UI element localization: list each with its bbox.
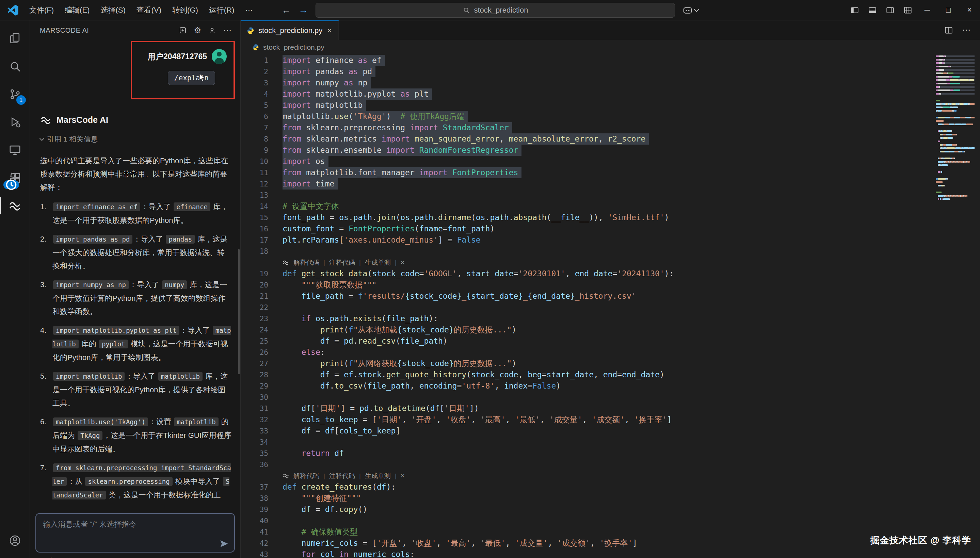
activity-marscode-ai[interactable] [0,192,30,220]
assistant-menu[interactable] [682,5,699,15]
code-line[interactable]: 17plt.rcParams['axes.unicode_minus'] = F… [241,235,980,246]
sidebar-scrollbar[interactable] [238,249,240,374]
code-line-content[interactable]: import pandas as pd [283,66,375,77]
chat-input-box[interactable]: 输入消息或者 “/” 来选择指令 [35,513,235,553]
code-line[interactable]: 21 file_path = f'results/{stock_code}_{s… [241,290,980,302]
reference-toggle[interactable]: 引用 1 相关信息 [40,135,232,144]
code-line-content[interactable]: print(f"从网络获取{stock_code}的历史数据...") [283,358,516,369]
lens-action[interactable]: 注释代码 [329,258,355,267]
code-line[interactable]: 32 cols_to_keep = ['日期', '开盘', '收盘', '最高… [241,414,980,425]
code-line-content[interactable]: from sklearn.ensemble import RandomFores… [283,144,521,156]
code-line-content[interactable]: df.to_csv(file_path, encoding='utf-8', i… [283,381,561,392]
code-line[interactable]: 33 df = df[cols_to_keep] [241,425,980,437]
code-line-content[interactable]: def get_stock_data(stock_code='GOOGL', s… [283,268,674,279]
breadcrumb[interactable]: stock_prediction.py [241,40,980,55]
activity-search[interactable] [0,53,30,80]
code-line[interactable]: 1import efinance as ef [241,55,980,66]
lens-action[interactable]: 解释代码 [293,258,319,267]
tab-close-icon[interactable]: × [326,26,332,35]
code-line[interactable]: 13 [241,190,980,201]
more-actions-icon[interactable]: ⋯ [223,29,232,32]
back-icon[interactable]: ← [281,5,291,16]
code-line[interactable]: 8from sklearn.metrics import mean_square… [241,133,980,144]
activity-extensions[interactable] [0,164,30,192]
code-line[interactable]: 31 df['日期'] = pd.to_datetime(df['日期']) [241,403,980,414]
menu-item[interactable]: 转到(G) [167,3,204,18]
activity-run-debug[interactable] [0,108,30,136]
toggle-primary-sidebar-button[interactable] [846,0,863,20]
menu-item[interactable]: 编辑(E) [59,3,95,18]
code-line-content[interactable]: # 确保数值类型 [283,526,358,538]
maximize-button[interactable]: □ [938,0,959,20]
toggle-secondary-sidebar-button[interactable] [881,0,899,20]
code-line-content[interactable]: df = df.copy() [283,504,367,515]
code-line-content[interactable]: return df [283,448,344,459]
code-line[interactable]: 12import time [241,178,980,190]
code-line[interactable]: 16custom_font = FontProperties(fname=fon… [241,223,980,235]
code-line-content[interactable]: def create_features(df): [283,481,396,493]
menu-item[interactable]: 查看(V) [131,3,167,18]
code-line[interactable]: 38 """创建特征""" [241,493,980,504]
code-line[interactable]: 34 [241,437,980,448]
code-line[interactable]: 9from sklearn.ensemble import RandomFore… [241,144,980,156]
toggle-panel-button[interactable] [863,0,881,20]
code-line-content[interactable]: # 设置中文字体 [283,201,339,212]
code-line-content[interactable]: from matplotlib.font_manager import Font… [283,167,521,178]
code-line[interactable]: 27 print(f"从网络获取{stock_code}的历史数据...") [241,358,980,369]
code-line-content[interactable]: df['日期'] = pd.to_datetime(df['日期']) [283,403,479,414]
close-window-button[interactable]: × [959,0,980,20]
code-line[interactable]: 30 [241,392,980,403]
code-line[interactable]: 7from sklearn.preprocessing import Stand… [241,122,980,133]
code-line[interactable]: 24 print(f"从本地加载{stock_code}的历史数据...") [241,324,980,335]
code-line[interactable]: 4import matplotlib.pyplot as plt [241,89,980,100]
code-line-content[interactable]: import efinance as ef [283,55,385,66]
code-line[interactable]: 42 numeric_cols = ['开盘', '收盘', '最高', '最低… [241,538,980,549]
code-line-content[interactable]: numeric_cols = ['开盘', '收盘', '最高', '最低', … [283,538,637,549]
code-line[interactable]: 41 # 确保数值类型 [241,526,980,538]
user-badge[interactable]: 用户2048712765 [148,49,227,64]
code-line-content[interactable]: import numpy as np [283,77,371,89]
code-line-content[interactable]: if os.path.exists(file_path): [283,313,438,324]
menu-item[interactable]: 运行(R) [204,3,240,18]
code-line-content[interactable]: df = pd.read_csv(file_path) [283,335,447,347]
editor-more-actions-icon[interactable]: ⋯ [962,28,971,32]
code-line[interactable]: 10import os [241,156,980,167]
context-hash-icon[interactable]: # [66,556,71,558]
code-line[interactable]: 29 df.to_csv(file_path, encoding='utf-8'… [241,381,980,392]
code-line-content[interactable]: else: [283,347,325,358]
explain-command-chip[interactable]: /explain [168,71,215,85]
code-line[interactable]: 15font_path = os.path.join(os.path.dirna… [241,212,980,223]
code-line-content[interactable]: import matplotlib [283,100,366,111]
code-line-content[interactable]: import matplotlib.pyplot as plt [283,89,432,100]
code-line[interactable]: 14# 设置中文字体 [241,201,980,212]
code-line-content[interactable]: """创建特征""" [283,493,361,504]
tab-stock-prediction[interactable]: stock_prediction.py × [241,20,339,40]
profile-button[interactable] [208,26,216,34]
account-button[interactable] [0,527,30,555]
lens-action[interactable]: 解释代码 [293,471,319,481]
code-line-content[interactable]: plt.rcParams['axes.unicode_minus'] = Fal… [283,235,481,246]
lens-close-icon[interactable]: × [401,259,405,266]
code-line-content[interactable]: df = df[cols_to_keep] [283,425,400,437]
lens-close-icon[interactable]: × [401,472,405,480]
code-line-content[interactable]: font_path = os.path.join(os.path.dirname… [283,212,669,223]
code-line-content[interactable]: from sklearn.metrics import mean_squared… [283,133,649,144]
customize-layout-button[interactable] [899,0,917,20]
code-line[interactable]: 22 [241,302,980,313]
code-line[interactable]: 5import matplotlib [241,100,980,111]
code-line-content[interactable]: custom_font = FontProperties(fname=font_… [283,223,495,235]
minimap[interactable] [936,56,975,202]
menu-item[interactable]: 选择(S) [95,3,131,18]
code-line-content[interactable]: print(f"从本地加载{stock_code}的历史数据...") [283,324,516,335]
code-line-content[interactable]: file_path = f'results/{stock_code}_{star… [283,290,636,302]
code-line-content[interactable]: import time [283,178,338,190]
code-line[interactable]: 11from matplotlib.font_manager import Fo… [241,167,980,178]
forward-icon[interactable]: → [299,5,308,16]
code-line[interactable]: 35 return df [241,448,980,459]
code-line[interactable]: 26 else: [241,347,980,358]
menu-item[interactable]: ··· [240,3,258,17]
code-line[interactable]: 36 [241,459,980,470]
send-icon[interactable] [219,539,229,548]
code-line[interactable]: 25 df = pd.read_csv(file_path) [241,335,980,347]
command-center-search[interactable]: stock_prediction [316,3,675,18]
